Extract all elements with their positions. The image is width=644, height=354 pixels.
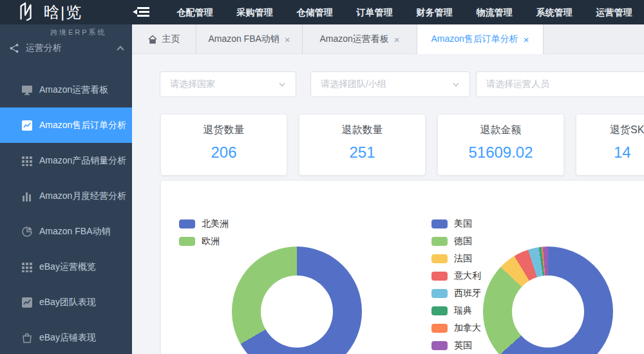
legend-item[interactable]: 加拿大	[431, 319, 481, 337]
legend-label: 美国	[454, 218, 472, 230]
grid-icon	[21, 155, 33, 167]
select-placeholder: 请选择运营人员	[486, 79, 644, 90]
stat-card-return-sku: 退货SK 14	[576, 115, 644, 175]
legend-label: 德国	[454, 236, 472, 247]
select-placeholder: 请选择国家	[170, 79, 278, 90]
legend-item[interactable]: 美国	[431, 215, 481, 232]
legend-swatch[interactable]	[179, 237, 195, 246]
close-icon[interactable]: ×	[394, 34, 400, 45]
nav-item-warehouse-dist[interactable]: 仓配管理	[165, 0, 225, 24]
nav-item-finance[interactable]: 财务管理	[404, 0, 464, 24]
sidebar-item-amazon-monthly-analysis[interactable]: Amazon月度经营分析	[0, 178, 132, 214]
legend-swatch[interactable]	[431, 341, 448, 350]
legend-label: 西班牙	[454, 288, 481, 299]
nav-item-purchasing[interactable]: 采购管理	[225, 0, 285, 24]
pie-chart-icon	[21, 226, 33, 238]
close-icon[interactable]: ×	[524, 34, 529, 45]
nav-item-operations[interactable]: 运营管理	[584, 0, 644, 24]
stat-card-return-qty: 退货数量 206	[161, 115, 287, 175]
sidebar-item-ebay-overview[interactable]: eBay运营概览	[0, 249, 132, 284]
legend-swatch[interactable]	[431, 237, 448, 246]
sidebar-item-label: eBay团队表现	[39, 297, 96, 308]
legend-label: 瑞典	[454, 305, 472, 317]
legend-label: 加拿大	[454, 322, 481, 334]
sidebar-item-label: Amazon售后订单分析	[39, 120, 126, 131]
sidebar-collapse-icon[interactable]	[131, 0, 151, 24]
chevron-down-icon	[278, 80, 286, 88]
chevron-down-icon	[452, 80, 460, 88]
legend-swatch[interactable]	[431, 289, 448, 298]
sidebar-item-ebay-team-performance[interactable]: eBay团队表现	[0, 284, 132, 320]
sidebar-item-label: Amazon运营看板	[39, 84, 108, 96]
stat-value: 14	[576, 144, 644, 162]
legend-label: 法国	[454, 253, 472, 265]
nav-item-warehousing[interactable]: 仓储管理	[285, 0, 345, 24]
share-icon	[9, 43, 19, 53]
nav-item-system[interactable]: 系统管理	[524, 0, 584, 24]
sidebar-menu: Amazon运营看板 Amazon售后订单分析 Amazon产品销量分析 Ama…	[0, 72, 132, 354]
sidebar-item-amazon-fba-turnover[interactable]: Amazon FBA动销	[0, 214, 132, 249]
legend-label: 北美洲	[202, 218, 229, 230]
country-select[interactable]: 请选择国家	[160, 71, 296, 97]
legend-swatch[interactable]	[431, 219, 448, 228]
sidebar-item-ebay-store-performance[interactable]: eBay店铺表现	[0, 320, 132, 354]
sidebar-item-amazon-product-sales[interactable]: Amazon产品销量分析	[0, 143, 132, 178]
brand-logo: 晗|览	[0, 0, 130, 24]
tab-home[interactable]: 主页	[132, 24, 196, 54]
logo-icon	[15, 1, 37, 23]
legend-swatch[interactable]	[431, 272, 448, 281]
sidebar-item-amazon-aftersale-analysis[interactable]: Amazon售后订单分析	[0, 107, 132, 143]
tab-label: Amazon售后订单分析	[431, 33, 518, 45]
line-chart-icon	[21, 120, 33, 131]
topbar: 晗|览 仓配管理 采购管理 仓储管理 订单管理 财务管理 物流管理 系统管理 运…	[0, 0, 644, 24]
stat-label: 退款金额	[438, 124, 564, 137]
sidebar-item-label: eBay店铺表现	[39, 332, 96, 344]
continent-donut-chart[interactable]	[232, 247, 362, 354]
sidebar-item-amazon-dashboard[interactable]: Amazon运营看板	[0, 72, 132, 107]
home-icon	[148, 35, 157, 44]
sidebar-item-label: Amazon月度经营分析	[39, 191, 126, 202]
line-chart-icon	[21, 297, 33, 308]
tab-label: 主页	[162, 33, 180, 45]
legend-item[interactable]: 德国	[431, 232, 481, 250]
legend-item[interactable]: 英国	[431, 337, 481, 354]
legend-label: 英国	[454, 340, 472, 351]
tab-label: Amazon FBA动销	[208, 33, 279, 45]
monitor-icon	[21, 84, 33, 96]
stat-value: 206	[161, 144, 287, 162]
legend-swatch[interactable]	[431, 324, 448, 333]
legend-item[interactable]: 意大利	[431, 267, 481, 284]
stat-label: 退货SK	[576, 124, 644, 137]
continent-pie-legend: 北美洲 欧洲	[179, 215, 229, 250]
team-select[interactable]: 请选择团队/小组	[310, 71, 470, 97]
operator-select[interactable]: 请选择运营人员	[476, 71, 644, 97]
main-content: 请选择国家 请选择团队/小组 请选择运营人员 退货数量 206 退款数量 251…	[132, 54, 644, 354]
tab-amazon-dashboard[interactable]: Amazon运营看板 ×	[303, 24, 417, 54]
nav-item-orders[interactable]: 订单管理	[345, 0, 404, 24]
tab-amazon-aftersale-analysis[interactable]: Amazon售后订单分析 ×	[417, 24, 544, 54]
tab-label: Amazon运营看板	[319, 33, 388, 45]
grid-icon	[21, 261, 33, 273]
tab-bar: 主页 Amazon FBA动销 × Amazon运营看板 × Amazon售后订…	[132, 24, 644, 54]
sidebar-section-operations-analysis[interactable]: 运营分析	[0, 39, 132, 58]
sidebar: 跨境ERP系统 运营分析 Amazon运营看板 Amazon售后订单分析 Ama…	[0, 24, 132, 354]
charts-panel: 北美洲 欧洲 美国 德国 法国 意大利	[161, 181, 644, 354]
legend-swatch[interactable]	[179, 219, 195, 228]
legend-swatch[interactable]	[431, 254, 448, 263]
legend-item[interactable]: 瑞典	[431, 302, 481, 319]
stat-card-refund-amount: 退款金额 51609.02	[438, 115, 564, 175]
legend-item[interactable]: 西班牙	[431, 284, 481, 302]
brand-subtitle: 跨境ERP系统	[50, 28, 107, 37]
close-icon[interactable]: ×	[285, 34, 290, 45]
legend-item[interactable]: 北美洲	[179, 215, 229, 232]
legend-item[interactable]: 欧洲	[179, 232, 229, 250]
stat-value: 251	[299, 144, 425, 162]
tab-amazon-fba[interactable]: Amazon FBA动销 ×	[196, 24, 303, 54]
legend-swatch[interactable]	[431, 306, 448, 315]
bar-chart-icon	[21, 191, 33, 202]
select-placeholder: 请选择团队/小组	[321, 79, 452, 90]
stat-value: 51609.02	[438, 144, 564, 162]
nav-item-logistics[interactable]: 物流管理	[464, 0, 524, 24]
legend-item[interactable]: 法国	[431, 250, 481, 267]
country-donut-chart[interactable]	[483, 247, 613, 354]
